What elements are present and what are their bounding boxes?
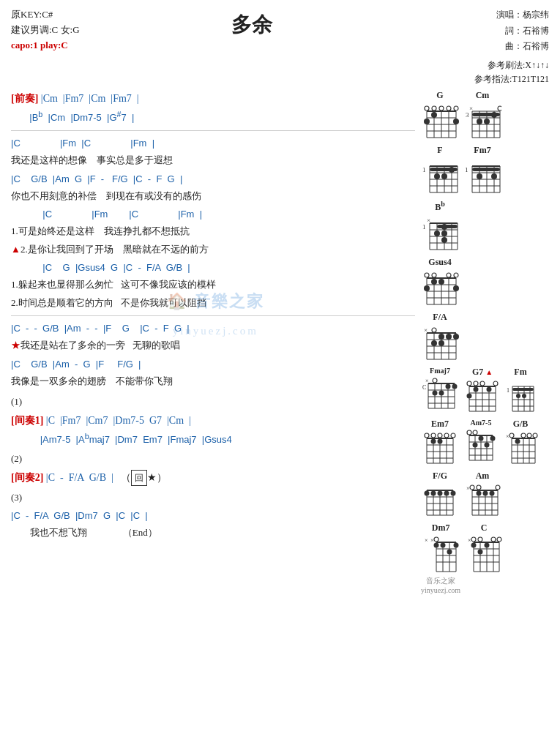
v1-lyric3a: 1.可是始终还是这样 我连挣扎都不想抵抗 [11, 223, 415, 239]
svg-point-259 [447, 550, 452, 555]
svg-point-182 [473, 430, 477, 435]
svg-point-181 [467, 430, 471, 435]
chord-Fmaj7-name: Fmaj7 [430, 367, 450, 375]
v1-lyric2: 你也不用刻意的补偿 到现在有或没有的感伤 [11, 188, 415, 204]
chord-row-1: G [421, 90, 549, 141]
strum-pattern: 参考刷法:X↑↓↑↓ [425, 59, 549, 72]
svg-point-112 [446, 334, 452, 340]
svg-point-179 [438, 439, 443, 444]
chord-diagrams: G [421, 90, 549, 596]
chord-Bb-grid: 1 × [421, 214, 459, 252]
chord-Fmaj7: Fmaj7 C × [421, 367, 459, 414]
svg-point-244 [496, 485, 500, 490]
svg-point-177 [444, 433, 449, 438]
svg-point-209 [515, 439, 520, 444]
chord-F: F 1 [421, 145, 459, 195]
chord-FG: F/G [421, 471, 459, 518]
artist-info: 演唱：杨宗纬 詞：石裕博 曲：石裕博 [425, 7, 549, 55]
svg-point-257 [434, 543, 439, 548]
svg-text:3: 3 [466, 111, 469, 119]
svg-point-128 [433, 378, 437, 383]
svg-point-96 [453, 285, 459, 291]
svg-text:×: × [425, 378, 429, 384]
svg-text:×: × [427, 217, 430, 224]
svg-point-273 [478, 537, 482, 542]
v1-lyric1: 我还是这样的想像 事实总是多于遐想 [11, 152, 415, 168]
svg-text:1: 1 [422, 166, 426, 173]
svg-point-131 [446, 384, 451, 389]
chord-Em7-name: Em7 [431, 419, 449, 430]
ending-lyric1: 我也不想飞翔 （End） [11, 525, 415, 541]
main-content: [前奏] |Cm |Fm7 |Cm |Fm7 | |Bb |Cm |Dm7-5 … [11, 90, 549, 596]
svg-point-31 [484, 119, 490, 124]
svg-point-94 [431, 279, 437, 285]
svg-point-193 [479, 436, 484, 441]
svg-point-110 [432, 328, 436, 332]
chord-FG-grid [421, 483, 459, 518]
svg-point-10 [425, 106, 429, 111]
svg-point-79 [441, 231, 447, 236]
svg-point-97 [447, 273, 451, 277]
svg-point-242 [483, 491, 488, 496]
svg-point-14 [453, 119, 459, 124]
singer: 演唱：杨宗纬 [425, 7, 549, 23]
svg-point-180 [451, 433, 455, 438]
svg-point-143 [467, 381, 471, 386]
ending-num: (3) [11, 490, 415, 506]
strum-picking: 参考指法:T121T121 [425, 72, 549, 86]
chord-Dm7: Dm7 × × [421, 523, 460, 594]
chord-G7: G7 ▲ [463, 367, 501, 414]
chord-Am7b5-grid [463, 428, 499, 463]
svg-point-144 [474, 381, 478, 386]
chord-Dm7-name: Dm7 [432, 523, 450, 534]
svg-rect-76 [437, 225, 458, 228]
chord-Bb: Bb 1 × [421, 200, 459, 252]
svg-text:1: 1 [422, 223, 426, 231]
svg-point-98 [454, 273, 458, 277]
chord-Gsus4-name: Gsus4 [428, 257, 451, 268]
chord-Gsus4-grid [421, 269, 459, 307]
svg-point-95 [438, 279, 444, 285]
chord-Cm: Cm 3 [463, 90, 501, 141]
chord-Fm-name: Fm [514, 367, 526, 378]
svg-point-258 [441, 543, 446, 548]
svg-text:×: × [469, 105, 473, 112]
chord-Am7b5: Am7-5 [463, 419, 499, 466]
chord-C-grid: × [465, 535, 503, 576]
svg-text:×: × [430, 537, 434, 544]
svg-point-210 [521, 433, 526, 438]
chorus-lyric2: 我像是一双多余的翅膀 不能带你飞翔 [11, 373, 415, 389]
chord-Am-name: Am [476, 471, 490, 482]
chord-Fmaj7-grid: C × [421, 376, 459, 411]
chord-Am7b5-name: Am7-5 [471, 419, 492, 427]
svg-point-260 [454, 543, 459, 548]
chord-C-name: C [481, 523, 488, 534]
header: 原KEY:C# 建议男调:C 女:G capo:1 play:C 多余 演唱：杨… [11, 7, 549, 86]
svg-point-224 [431, 491, 436, 496]
watermark-bottom: 音乐之家yinyuezj.com [421, 576, 460, 594]
svg-point-148 [474, 387, 479, 392]
svg-point-13 [431, 112, 437, 118]
chord-GB-grid: × [503, 431, 538, 466]
svg-point-15 [439, 106, 444, 111]
svg-point-208 [509, 433, 514, 438]
svg-point-80 [441, 237, 447, 243]
chord-FG-name: F/G [433, 471, 447, 482]
chorus-lyric1: ★我还是站在了多余的一旁 无聊的歌唱 [11, 337, 415, 353]
svg-point-12 [424, 119, 430, 124]
v1-chord3: |C |Fm |C |Fm | [11, 206, 415, 222]
svg-text:×: × [466, 485, 470, 492]
svg-point-272 [471, 537, 476, 542]
svg-point-212 [533, 433, 537, 438]
svg-text:1: 1 [465, 166, 468, 173]
chorus-section: |C - - G/B |Am - - |F G |C - F G | ★我还是站… [11, 321, 415, 389]
chord-Gsus4: Gsus4 [421, 257, 459, 307]
svg-point-49 [449, 167, 455, 173]
svg-point-163 [522, 394, 526, 398]
svg-text:×: × [425, 537, 428, 544]
chord-FA-grid: × [421, 324, 459, 362]
svg-rect-61 [472, 168, 500, 171]
interlude2-label: [间奏2] |C - F/A G/B | （回★） [11, 469, 415, 487]
svg-point-146 [493, 381, 498, 386]
composer: 曲：石裕博 [425, 39, 549, 55]
